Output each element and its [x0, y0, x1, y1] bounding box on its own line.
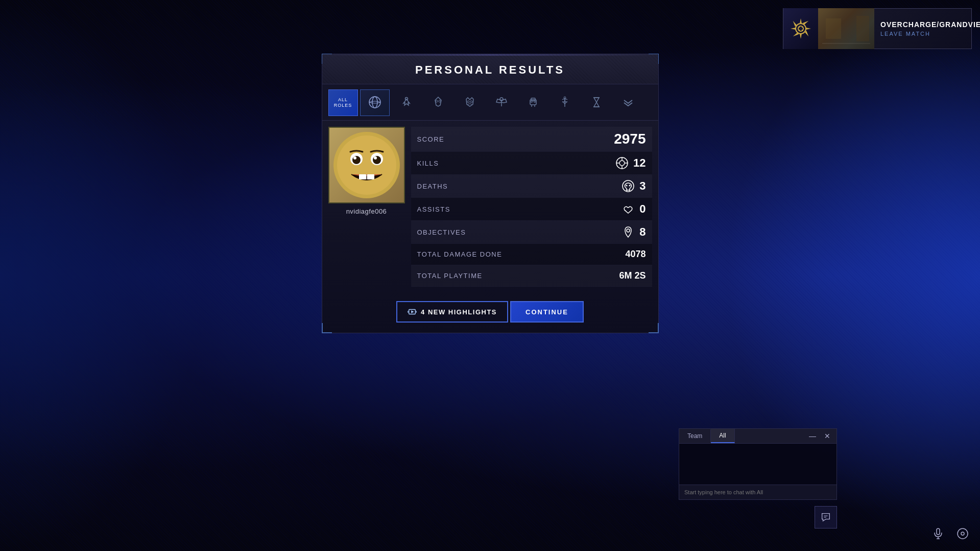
highlights-button[interactable]: 4 NEW HIGHLIGHTS	[396, 301, 508, 323]
stat-value-damage: 4078	[625, 249, 646, 260]
stat-label-kills: KILLS	[417, 159, 439, 167]
bottom-right-icons	[929, 524, 972, 543]
role-tabs-container: ALLROLES	[322, 84, 658, 121]
chat-input[interactable]	[679, 485, 836, 499]
tab-role-10[interactable]	[613, 89, 643, 116]
svg-point-5	[436, 100, 438, 102]
stat-value-deaths: 3	[621, 179, 646, 193]
chat-minimize-button[interactable]: —	[807, 430, 818, 442]
leave-match-title: OVERCHARGE/GRANDVIEW	[880, 20, 980, 29]
stat-row-playtime: TOTAL PLAYTIME 6M 2S	[411, 265, 652, 287]
results-panel: PERSONAL RESULTS ALLROLES	[322, 54, 659, 333]
stat-value-assists: 0	[621, 202, 646, 216]
svg-point-41	[627, 229, 630, 232]
microphone-button[interactable]	[929, 524, 947, 543]
stat-value-kills: 12	[615, 156, 646, 170]
tab-all-roles[interactable]: ALLROLES	[328, 89, 358, 116]
svg-marker-43	[411, 310, 414, 313]
player-name: nvidiagfe006	[346, 208, 387, 215]
svg-rect-28	[367, 174, 374, 179]
continue-label: CONTINUE	[525, 308, 568, 316]
svg-point-7	[467, 101, 469, 103]
stats-table: SCORE 2975 KILLS	[411, 127, 652, 287]
leave-match-game-icon	[783, 8, 818, 49]
leave-match-banner[interactable]: OVERCHARGE/GRANDVIEW LEAVE MATCH	[783, 8, 972, 49]
chat-panel: Team All — ✕	[679, 428, 837, 500]
svg-point-31	[619, 160, 625, 166]
stat-row-objectives: OBJECTIVES 8	[411, 221, 652, 244]
highlights-label: 4 NEW HIGHLIGHTS	[421, 308, 497, 316]
stat-row-damage: TOTAL DAMAGE DONE 4078	[411, 244, 652, 265]
objectives-number: 8	[639, 225, 646, 239]
content-area: nvidiagfe006 SCORE 2975 KILLS	[322, 121, 658, 293]
player-avatar	[328, 127, 405, 203]
svg-point-25	[353, 156, 356, 159]
stat-label-score: SCORE	[417, 135, 445, 143]
svg-point-26	[374, 156, 377, 159]
stat-label-assists: ASSISTS	[417, 205, 450, 213]
stat-row-score: SCORE 2975	[411, 127, 652, 152]
svg-rect-46	[937, 529, 940, 535]
svg-rect-27	[359, 174, 366, 179]
tab-role-7[interactable]	[518, 89, 548, 116]
stat-label-objectives: OBJECTIVES	[417, 228, 466, 236]
deaths-number: 3	[639, 179, 646, 193]
continue-button[interactable]: CONTINUE	[510, 301, 584, 323]
settings-button[interactable]	[953, 524, 972, 543]
chat-close-button[interactable]: ✕	[822, 430, 832, 442]
tab-role-5[interactable]	[455, 89, 485, 116]
svg-point-50	[961, 532, 964, 535]
stat-row-assists: ASSISTS 0	[411, 198, 652, 221]
assists-number: 0	[639, 202, 646, 216]
stat-value-playtime: 6M 2S	[619, 270, 646, 281]
background-glow-left	[0, 0, 204, 551]
objectives-icon	[621, 225, 635, 239]
tab-role-8[interactable]	[550, 89, 580, 116]
buttons-row: 4 NEW HIGHLIGHTS CONTINUE	[322, 293, 658, 333]
svg-point-8	[470, 101, 472, 103]
deaths-icon	[621, 179, 635, 193]
svg-point-6	[439, 100, 441, 102]
stat-label-damage: TOTAL DAMAGE DONE	[417, 250, 503, 258]
svg-point-3	[372, 97, 377, 108]
svg-point-14	[534, 101, 535, 103]
player-card: nvidiagfe006	[328, 127, 405, 287]
svg-point-49	[958, 529, 968, 539]
svg-point-23	[352, 156, 361, 164]
chat-controls: — ✕	[803, 430, 836, 442]
tab-role-9[interactable]	[582, 89, 611, 116]
stat-row-kills: KILLS 12	[411, 152, 652, 175]
leave-match-text-area: OVERCHARGE/GRANDVIEW LEAVE MATCH	[874, 20, 980, 37]
all-roles-label: ALLROLES	[334, 97, 352, 108]
stat-value-objectives: 8	[621, 225, 646, 239]
tab-role-3[interactable]	[392, 89, 421, 116]
svg-point-24	[373, 156, 381, 164]
chat-header: Team All — ✕	[679, 429, 836, 444]
panel-header: PERSONAL RESULTS	[322, 54, 658, 84]
svg-point-2	[369, 97, 380, 108]
kills-number: 12	[633, 156, 646, 170]
leave-match-subtitle: LEAVE MATCH	[880, 31, 980, 37]
svg-point-13	[531, 101, 532, 103]
leave-match-thumbnail	[818, 8, 874, 49]
stat-label-playtime: TOTAL PLAYTIME	[417, 272, 483, 280]
chat-tab-team[interactable]: Team	[679, 429, 711, 443]
stat-label-deaths: DEATHS	[417, 182, 448, 190]
chat-bubble-button[interactable]	[815, 506, 837, 529]
panel-title: PERSONAL RESULTS	[332, 63, 648, 77]
tab-role-4[interactable]	[423, 89, 453, 116]
svg-point-38	[629, 185, 631, 187]
svg-point-20	[337, 135, 396, 195]
chat-tab-all[interactable]: All	[711, 429, 734, 443]
svg-point-37	[626, 185, 628, 187]
assists-icon	[621, 202, 635, 216]
tab-role-6[interactable]	[487, 89, 516, 116]
stat-value-score: 2975	[614, 131, 646, 147]
kills-icon	[615, 156, 629, 170]
stat-row-deaths: DEATHS 3	[411, 175, 652, 198]
tab-role-2[interactable]	[360, 89, 390, 116]
chat-body	[679, 444, 836, 485]
